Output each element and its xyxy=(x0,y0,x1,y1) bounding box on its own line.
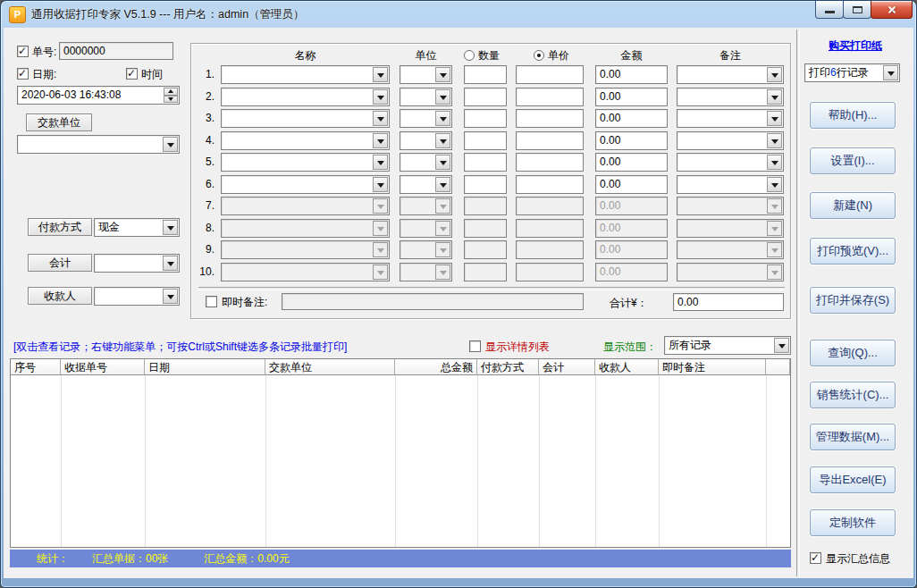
item-unit-combo[interactable] xyxy=(400,131,452,150)
payer-unit-button[interactable]: 交款单位 xyxy=(26,113,92,131)
column-header-payment[interactable]: 付款方式 xyxy=(477,359,539,375)
column-header-date[interactable]: 日期 xyxy=(145,359,265,375)
sales-stats-button[interactable]: 销售统计(C)... xyxy=(810,382,896,408)
total-input[interactable]: 0.00 xyxy=(673,293,784,311)
buy-paper-link[interactable]: 购买打印纸 xyxy=(799,38,912,54)
payee-combo[interactable] xyxy=(94,287,180,306)
item-remark-combo[interactable] xyxy=(677,88,784,106)
item-qty-input[interactable] xyxy=(464,175,507,194)
chevron-down-icon[interactable] xyxy=(163,256,178,271)
column-header-remark[interactable]: 即时备注 xyxy=(659,359,766,375)
item-amount-input[interactable]: 0.00 xyxy=(595,175,668,194)
chevron-down-icon[interactable] xyxy=(435,177,450,192)
item-name-combo[interactable] xyxy=(221,131,390,150)
item-amount-input[interactable]: 0.00 xyxy=(595,153,668,172)
item-remark-combo[interactable] xyxy=(677,109,784,128)
chevron-down-icon[interactable] xyxy=(435,67,450,82)
chevron-down-icon[interactable] xyxy=(774,338,789,353)
item-unit-combo[interactable] xyxy=(400,65,452,84)
query-button[interactable]: 查询(Q)... xyxy=(810,340,896,366)
item-amount-input[interactable]: 0.00 xyxy=(595,131,668,150)
chevron-down-icon[interactable] xyxy=(373,67,388,82)
chevron-down-icon[interactable] xyxy=(883,65,898,80)
settings-button[interactable]: 设置(I)... xyxy=(810,147,896,174)
item-name-combo[interactable] xyxy=(221,88,390,106)
chevron-down-icon[interactable] xyxy=(163,220,178,235)
chevron-down-icon[interactable] xyxy=(767,89,782,105)
chevron-down-icon[interactable] xyxy=(435,155,450,170)
chevron-down-icon[interactable] xyxy=(767,133,782,148)
date-checkbox[interactable] xyxy=(17,68,29,80)
item-qty-input[interactable] xyxy=(464,65,507,84)
accountant-button[interactable]: 会计 xyxy=(28,254,92,272)
close-button[interactable] xyxy=(871,1,913,19)
spin-up-button[interactable] xyxy=(164,88,178,96)
spin-down-button[interactable] xyxy=(164,96,178,104)
print-save-button[interactable]: 打印并保存(S) xyxy=(810,287,896,314)
qty-radio-label[interactable]: 数量 xyxy=(478,49,500,62)
print-lines-combo[interactable]: 打印6行记录 xyxy=(804,63,900,82)
chevron-down-icon[interactable] xyxy=(373,133,388,148)
help-button[interactable]: 帮助(H)... xyxy=(810,102,896,129)
print-preview-button[interactable]: 打印预览(V)... xyxy=(810,238,896,265)
item-price-input[interactable] xyxy=(516,109,584,128)
chevron-down-icon[interactable] xyxy=(767,177,782,192)
scope-combo[interactable]: 所有记录 xyxy=(664,336,791,355)
item-name-combo[interactable] xyxy=(221,109,390,128)
item-price-input[interactable] xyxy=(516,131,584,150)
item-amount-input[interactable]: 0.00 xyxy=(595,109,668,128)
time-checkbox[interactable] xyxy=(126,68,138,80)
chevron-down-icon[interactable] xyxy=(435,133,450,148)
payee-button[interactable]: 收款人 xyxy=(28,287,92,305)
instant-remark-checkbox[interactable] xyxy=(206,296,217,307)
item-amount-input[interactable]: 0.00 xyxy=(595,88,668,106)
item-remark-combo[interactable] xyxy=(677,131,784,150)
price-radio[interactable] xyxy=(534,50,544,61)
chevron-down-icon[interactable] xyxy=(163,289,178,304)
chevron-down-icon[interactable] xyxy=(373,155,388,170)
payment-method-button[interactable]: 付款方式 xyxy=(28,218,92,236)
item-unit-combo[interactable] xyxy=(400,153,452,172)
payer-unit-combo[interactable] xyxy=(17,135,180,154)
item-amount-input[interactable]: 0.00 xyxy=(595,65,668,84)
accountant-combo[interactable] xyxy=(94,254,180,273)
column-header-accountant[interactable]: 会计 xyxy=(539,359,595,375)
item-name-combo[interactable] xyxy=(221,175,390,194)
chevron-down-icon[interactable] xyxy=(767,155,782,170)
chevron-down-icon[interactable] xyxy=(163,137,178,152)
item-qty-input[interactable] xyxy=(464,131,507,150)
column-header-receipt[interactable]: 收据单号 xyxy=(61,359,145,375)
chevron-down-icon[interactable] xyxy=(435,89,450,105)
item-remark-combo[interactable] xyxy=(677,153,784,172)
chevron-down-icon[interactable] xyxy=(767,111,782,126)
export-excel-button[interactable]: 导出Excel(E) xyxy=(810,466,896,493)
item-unit-combo[interactable] xyxy=(400,109,452,128)
payment-method-combo[interactable]: 现金 xyxy=(94,218,180,237)
item-remark-combo[interactable] xyxy=(677,175,784,194)
chevron-down-icon[interactable] xyxy=(435,111,450,126)
item-price-input[interactable] xyxy=(516,153,584,172)
column-header-payer[interactable]: 交款单位 xyxy=(265,359,395,375)
price-radio-label[interactable]: 单价 xyxy=(548,49,569,62)
item-remark-combo[interactable] xyxy=(677,65,784,84)
item-name-combo[interactable] xyxy=(221,153,390,172)
qty-radio[interactable] xyxy=(464,50,475,61)
item-unit-combo[interactable] xyxy=(400,175,452,194)
title-bar[interactable]: P 通用收据打印专家 V5.1.9 --- 用户名：admin（管理员） xyxy=(1,1,916,28)
show-detail-checkbox[interactable] xyxy=(469,340,481,352)
show-summary-checkbox[interactable] xyxy=(810,552,821,564)
item-unit-combo[interactable] xyxy=(400,88,452,106)
minimize-button[interactable] xyxy=(815,1,844,19)
chevron-down-icon[interactable] xyxy=(373,177,388,192)
item-name-combo[interactable] xyxy=(221,65,390,84)
manage-data-button[interactable]: 管理数据(M)... xyxy=(810,424,896,450)
chevron-down-icon[interactable] xyxy=(373,89,388,105)
item-price-input[interactable] xyxy=(516,88,584,106)
custom-software-button[interactable]: 定制软件 xyxy=(810,509,896,536)
chevron-down-icon[interactable] xyxy=(373,111,388,126)
item-qty-input[interactable] xyxy=(464,109,507,128)
chevron-down-icon[interactable] xyxy=(767,67,782,82)
item-price-input[interactable] xyxy=(516,65,584,84)
receipt-no-checkbox[interactable] xyxy=(17,46,29,57)
datetime-field[interactable]: 2020-06-03 16:43:08 xyxy=(17,86,180,105)
